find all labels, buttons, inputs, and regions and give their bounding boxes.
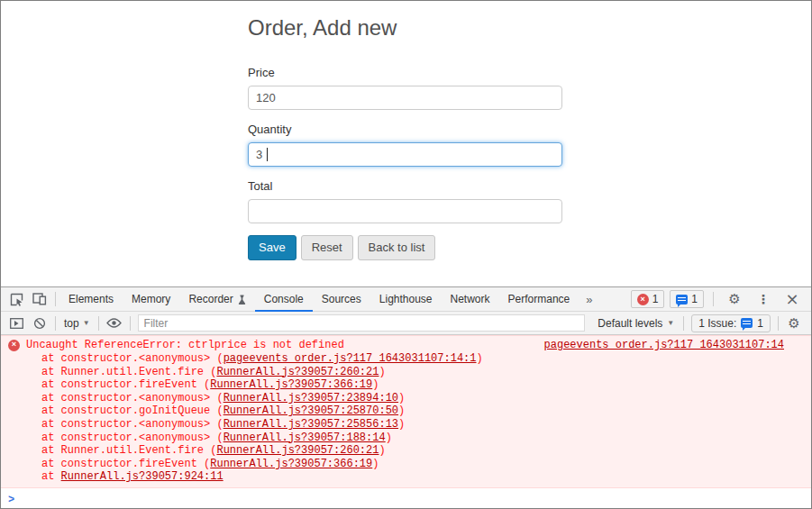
save-button[interactable]: Save [248,235,297,260]
tab-performance[interactable]: Performance [499,287,579,312]
error-circle-icon: × [8,340,20,351]
settings-gear-icon[interactable]: ⚙ [723,287,746,311]
chevron-down-icon: ▼ [667,319,674,327]
stack-frame: at constructor.<anonymous> (RunnerAll.js… [8,418,804,432]
text-caret [267,148,268,161]
quantity-label: Quantity [248,123,562,136]
price-label: Price [248,66,562,79]
issues-button[interactable]: 1 Issue: 1 [691,314,771,332]
back-to-list-button[interactable]: Back to list [358,235,436,260]
console-error-entry: × Uncaught ReferenceError: ctrlprice is … [1,335,811,488]
error-message: Uncaught ReferenceError: ctrlprice is no… [26,339,344,352]
message-bubble-icon [676,295,688,304]
total-input[interactable] [248,199,562,223]
console-toolbar: top ▼ Default levels ▼ 1 Issue: 1 [1,312,811,335]
stack-frame-link[interactable]: pageevents_order.js?117_1643031107:14:1 [224,352,477,365]
stack-frame-link[interactable]: RunnerAll.js?39057:366:19 [210,458,372,470]
page-content: Order, Add new Price Quantity Total Save… [1,1,811,286]
divider [683,316,684,331]
filter-input[interactable] [138,314,586,332]
console-prompt[interactable]: > [1,488,811,508]
error-count-badge[interactable]: × 1 [631,290,665,308]
recorder-flask-icon [238,295,246,304]
stack-frame-link[interactable]: RunnerAll.js?39057:188:14 [224,432,386,444]
form-buttons: Save Reset Back to list [248,235,562,260]
stack-frame-link[interactable]: RunnerAll.js?39057:25856:13 [224,418,398,431]
stack-frame-link[interactable]: RunnerAll.js?39057:924:11 [61,470,224,483]
eye-icon[interactable] [103,312,126,335]
stack-frame-link[interactable]: RunnerAll.js?39057:25870:50 [224,404,398,417]
more-tabs-button[interactable]: » [579,293,599,306]
log-levels-dropdown[interactable]: Default levels ▼ [592,317,680,330]
price-input[interactable] [248,86,562,110]
console-messages: × Uncaught ReferenceError: ctrlprice is … [1,335,811,508]
tab-sources[interactable]: Sources [313,287,370,312]
stack-frame: at constructor.goInitQueue (RunnerAll.js… [8,404,804,418]
stack-frame: at Runner.util.Event.fire (RunnerAll.js?… [8,444,804,458]
divider [55,316,56,331]
stack-frame: at constructor.<anonymous> (RunnerAll.js… [8,392,804,405]
clear-console-icon[interactable] [28,312,51,335]
console-sidebar-icon[interactable] [5,312,28,335]
stack-frame: at constructor.<anonymous> (pageevents_o… [8,352,804,366]
tab-console[interactable]: Console [255,287,313,312]
reset-button[interactable]: Reset [301,235,353,260]
chevron-down-icon: ▼ [83,319,90,327]
devtools-panel: Elements Memory Recorder Console Sources… [1,286,811,508]
prompt-chevron-icon: > [8,494,14,506]
divider [778,316,779,331]
console-settings-gear-icon[interactable]: ⚙ [782,312,806,335]
tab-elements[interactable]: Elements [59,287,123,312]
quantity-input[interactable] [248,142,562,167]
page-title: Order, Add new [248,15,562,41]
tab-memory[interactable]: Memory [123,287,179,312]
divider [55,292,56,306]
tab-network[interactable]: Network [442,287,499,312]
stack-frame-link[interactable]: RunnerAll.js?39057:260:21 [216,366,379,378]
stack-frame: at RunnerAll.js?39057:924:11 [8,470,804,484]
divider [130,316,131,331]
menu-dots-icon[interactable]: ⋮ [752,287,775,311]
stack-frame-link[interactable]: RunnerAll.js?39057:260:21 [216,444,379,457]
message-count-badge[interactable]: 1 [670,290,704,308]
stack-frame-link[interactable]: RunnerAll.js?39057:23894:10 [224,392,398,404]
divider [98,316,99,331]
stack-frame: at constructor.fireEvent (RunnerAll.js?3… [8,378,804,392]
tab-recorder[interactable]: Recorder [179,287,254,312]
browser-window: Order, Add new Price Quantity Total Save… [0,0,812,509]
error-source-link[interactable]: pageevents_order.js?117_1643031107:14 [544,339,784,352]
inspect-element-icon[interactable] [5,287,28,311]
issue-bubble-icon [741,318,753,328]
tab-lighthouse[interactable]: Lighthouse [370,287,442,312]
stack-frame: at constructor.fireEvent (RunnerAll.js?3… [8,458,804,471]
context-selector[interactable]: top ▼ [59,317,95,330]
close-devtools-icon[interactable]: × [780,287,804,311]
stack-frame: at constructor.<anonymous> (RunnerAll.js… [8,432,804,445]
device-toolbar-icon[interactable] [28,287,51,311]
tabbar-right-controls: × 1 1 ⚙ ⋮ × [631,287,811,311]
total-label: Total [248,179,562,193]
devtools-tabbar: Elements Memory Recorder Console Sources… [1,287,811,312]
divider [713,292,714,306]
error-circle-icon: × [637,294,649,305]
stack-frame: at Runner.util.Event.fire (RunnerAll.js?… [8,366,804,379]
order-form: Order, Add new Price Quantity Total Save… [248,15,562,260]
stack-frame-link[interactable]: RunnerAll.js?39057:366:19 [210,378,372,391]
